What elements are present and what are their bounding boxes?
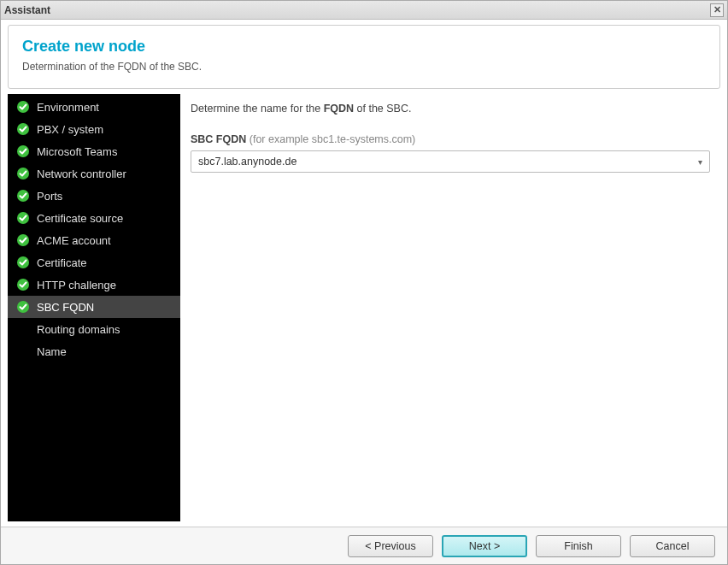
sidebar-step-label: Environment (37, 101, 99, 114)
sbc-fqdn-dropdown[interactable]: sbc7.lab.anynode.de ▾ (191, 150, 710, 173)
step-icon-placeholder (16, 344, 30, 358)
next-button[interactable]: Next > (442, 535, 527, 557)
sidebar-step-microsoft-teams[interactable]: Microsoft Teams (8, 140, 180, 162)
sidebar-step-routing-domains[interactable]: Routing domains (8, 318, 180, 340)
sidebar-step-http-challenge[interactable]: HTTP challenge (8, 274, 180, 296)
sidebar-step-label: Microsoft Teams (37, 145, 117, 158)
sidebar-step-label: SBC FQDN (37, 301, 94, 314)
sidebar-step-label: Name (37, 345, 67, 358)
step-icon-placeholder (16, 322, 30, 336)
check-icon (16, 100, 30, 114)
sidebar-step-label: Routing domains (37, 323, 120, 336)
field-label-hint: (for example sbc1.te-systems.com) (250, 133, 416, 145)
dialog-footer: < Previous Next > Finish Cancel (1, 527, 727, 564)
sidebar-step-pbx-system[interactable]: PBX / system (8, 118, 180, 140)
check-icon (16, 167, 30, 180)
content-panel: Determine the name for the FQDN of the S… (180, 94, 720, 521)
sidebar-step-label: ACME account (37, 234, 111, 247)
cancel-button[interactable]: Cancel (630, 535, 715, 557)
page-subtitle: Determination of the FQDN of the SBC. (22, 61, 706, 73)
check-icon (16, 211, 30, 225)
sidebar-step-sbc-fqdn[interactable]: SBC FQDN (8, 296, 180, 318)
chevron-down-icon: ▾ (698, 157, 702, 167)
sidebar-step-label: Network controller (37, 168, 126, 180)
close-icon: ✕ (713, 5, 721, 15)
check-icon (16, 300, 30, 314)
dialog-body: EnvironmentPBX / systemMicrosoft TeamsNe… (8, 94, 720, 521)
previous-button[interactable]: < Previous (348, 535, 433, 557)
field-label: SBC FQDN (for example sbc1.te-systems.co… (191, 133, 710, 145)
titlebar: Assistant ✕ (1, 1, 727, 20)
check-icon (16, 144, 30, 158)
sidebar-step-name[interactable]: Name (8, 340, 180, 362)
assistant-dialog: Assistant ✕ Create new node Determinatio… (0, 0, 728, 565)
sidebar-step-label: PBX / system (37, 123, 103, 136)
sidebar-step-environment[interactable]: Environment (8, 96, 180, 118)
sidebar-step-label: Certificate source (37, 212, 123, 225)
instruction-bold: FQDN (324, 103, 354, 115)
sidebar-step-network-controller[interactable]: Network controller (8, 162, 180, 185)
sidebar-step-certificate-source[interactable]: Certificate source (8, 207, 180, 229)
wizard-sidebar: EnvironmentPBX / systemMicrosoft TeamsNe… (8, 94, 180, 521)
check-icon (16, 189, 30, 203)
page-title: Create new node (22, 38, 706, 56)
check-icon (16, 122, 30, 136)
dialog-header: Create new node Determination of the FQD… (8, 25, 720, 89)
instruction-pre: Determine the name for the (191, 103, 324, 115)
window-title: Assistant (4, 4, 50, 16)
instruction-post: of the SBC. (354, 103, 411, 115)
field-label-strong: SBC FQDN (191, 133, 246, 145)
check-icon (16, 278, 30, 291)
sidebar-step-label: Certificate (37, 256, 87, 269)
check-icon (16, 256, 30, 269)
dropdown-value: sbc7.lab.anynode.de (198, 156, 296, 168)
close-button[interactable]: ✕ (710, 3, 724, 17)
check-icon (16, 233, 30, 247)
sidebar-step-acme-account[interactable]: ACME account (8, 229, 180, 251)
sidebar-step-ports[interactable]: Ports (8, 185, 180, 207)
instruction-text: Determine the name for the FQDN of the S… (191, 103, 710, 115)
finish-button[interactable]: Finish (536, 535, 621, 557)
sidebar-step-label: Ports (37, 190, 62, 203)
sidebar-step-label: HTTP challenge (37, 279, 116, 291)
sidebar-step-certificate[interactable]: Certificate (8, 251, 180, 274)
